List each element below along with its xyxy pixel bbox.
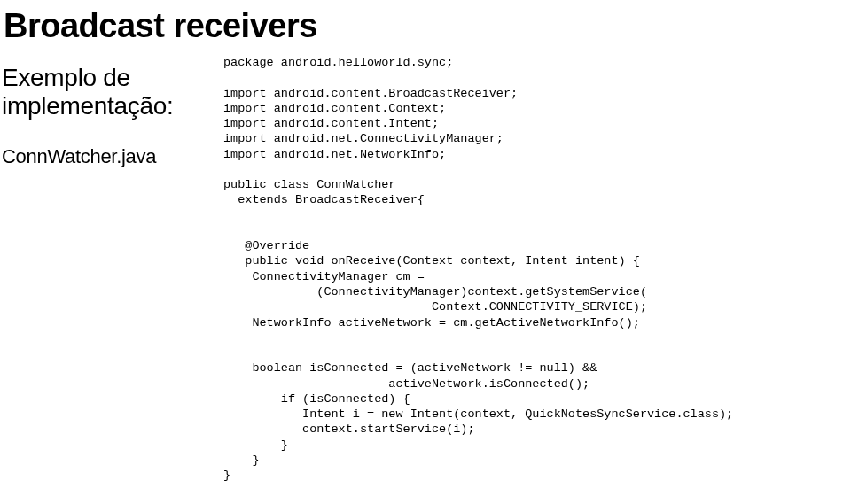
left-column: Exemplo de implementação: ConnWatcher.ja… (2, 64, 232, 168)
subtitle-line2: implementação: (2, 92, 173, 120)
slide-title: Broadcast receivers (0, 0, 851, 45)
subtitle: Exemplo de implementação: (2, 64, 232, 120)
code-block: package android.helloworld.sync; import … (223, 55, 733, 483)
filename-label: ConnWatcher.java (2, 145, 232, 168)
subtitle-line1: Exemplo de (2, 64, 130, 91)
